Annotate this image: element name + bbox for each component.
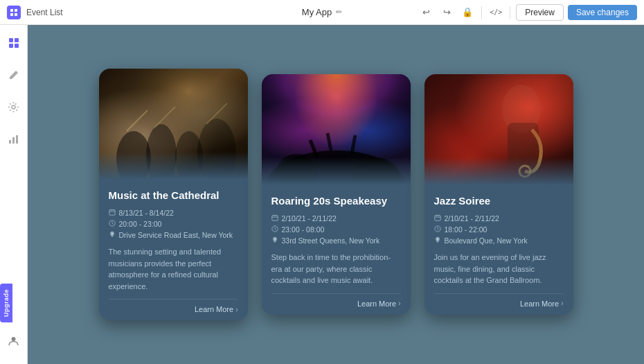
card-time-text-3: 18:00 - 22:00 <box>445 225 488 234</box>
sidebar-bottom <box>4 331 24 356</box>
card-description-2: Step back in time to the prohibition-era… <box>271 252 401 286</box>
svg-rect-1 <box>15 9 17 12</box>
card-image-overlay-3 <box>424 157 573 185</box>
svg-rect-4 <box>9 38 13 42</box>
learn-more-label-1: Learn More <box>195 305 233 313</box>
topbar: Event List My App ✏ ↩ ↪ 🔒 </> Preview Sa… <box>0 0 644 25</box>
chevron-right-icon-1: › <box>235 306 238 313</box>
card-footer-3: Learn More › <box>434 293 564 308</box>
learn-more-label-2: Learn More <box>357 300 396 308</box>
card-title-1: Music at the Cathedral <box>109 189 238 202</box>
upgrade-tab[interactable]: Upgrade <box>0 284 12 322</box>
save-button[interactable]: Save changes <box>568 5 637 20</box>
card-title-3: Jazz Soiree <box>434 195 564 207</box>
sidebar-item-edit[interactable] <box>4 65 24 85</box>
sidebar-item-grid[interactable] <box>4 33 24 53</box>
card-location-1: Drive Service Road East, New York <box>109 231 238 239</box>
svg-rect-9 <box>9 140 11 144</box>
topbar-divider <box>481 6 482 19</box>
card-meta-3: 2/10/21 - 2/11/22 18:00 - 22:00 Boulevar… <box>434 214 564 245</box>
calendar-icon-3 <box>434 214 441 223</box>
event-card-jazz-soiree[interactable]: Jazz Soiree 2/10/21 - 2/11/22 18:00 - 22… <box>424 74 573 315</box>
location-icon-3 <box>434 236 441 245</box>
preview-button[interactable]: Preview <box>516 4 564 21</box>
card-location-2: 33rd Street Queens, New York <box>271 236 401 245</box>
location-icon-2 <box>271 236 278 245</box>
svg-point-28 <box>111 233 113 234</box>
svg-point-8 <box>12 105 15 109</box>
sidebar: Upgrade <box>0 25 28 364</box>
svg-rect-21 <box>109 210 114 216</box>
chevron-right-icon-2: › <box>398 300 400 307</box>
svg-point-12 <box>12 337 16 341</box>
card-date-2: 2/10/21 - 2/11/22 <box>271 214 401 223</box>
learn-more-button-2[interactable]: Learn More › <box>357 300 401 308</box>
card-time-text-2: 23:00 - 08:00 <box>282 225 325 234</box>
svg-line-27 <box>112 223 114 225</box>
svg-rect-48 <box>434 216 440 221</box>
card-image-jazz <box>424 74 573 185</box>
code-button[interactable]: </> <box>488 4 504 21</box>
main-layout: Upgrade <box>0 25 644 364</box>
canvas-area: Music at the Cathedral 8/13/21 - 8/14/22… <box>28 25 644 364</box>
card-body-3: Jazz Soiree 2/10/21 - 2/11/22 18:00 - 22… <box>424 185 573 315</box>
sidebar-item-analytics[interactable] <box>4 129 24 148</box>
svg-line-54 <box>438 229 439 230</box>
card-date-text-1: 8/13/21 - 8/14/22 <box>119 209 174 217</box>
lock-button[interactable]: 🔒 <box>459 4 476 21</box>
learn-more-button-1[interactable]: Learn More › <box>195 305 238 313</box>
card-title-2: Roaring 20s Speakeasy <box>271 195 401 207</box>
redo-button[interactable]: ↪ <box>438 4 455 21</box>
sidebar-item-user[interactable] <box>4 331 24 350</box>
svg-rect-2 <box>10 13 13 16</box>
event-card-music-cathedral[interactable]: Music at the Cathedral 8/13/21 - 8/14/22… <box>99 69 248 320</box>
card-meta-2: 2/10/21 - 2/11/22 23:00 - 08:00 33rd Str… <box>271 214 401 245</box>
card-time-2: 23:00 - 08:00 <box>271 225 401 234</box>
svg-rect-0 <box>10 9 13 12</box>
card-location-text-1: Drive Service Road East, New York <box>119 231 233 239</box>
app-logo <box>7 6 21 19</box>
sidebar-item-settings[interactable] <box>4 97 24 116</box>
card-time-text-1: 20:00 - 23:00 <box>119 220 162 228</box>
card-body-1: Music at the Cathedral 8/13/21 - 8/14/22… <box>99 180 248 320</box>
card-image-overlay <box>99 152 248 180</box>
card-image-overlay-2 <box>262 157 411 185</box>
topbar-actions: ↩ ↪ 🔒 </> Preview Save changes <box>418 4 637 21</box>
svg-rect-5 <box>15 38 19 42</box>
svg-rect-6 <box>9 44 13 48</box>
card-location-text-2: 33rd Street Queens, New York <box>282 236 380 245</box>
undo-button[interactable]: ↩ <box>418 4 434 21</box>
card-time-3: 18:00 - 22:00 <box>434 225 564 234</box>
card-date-text-2: 2/10/21 - 2/11/22 <box>282 214 337 223</box>
svg-point-55 <box>437 239 438 240</box>
app-name-label: My App <box>302 7 332 17</box>
svg-rect-7 <box>15 44 19 48</box>
calendar-icon-1 <box>109 209 116 217</box>
card-footer-2: Learn More › <box>271 293 401 308</box>
card-meta-1: 8/13/21 - 8/14/22 20:00 - 23:00 Drive Se… <box>109 209 238 239</box>
learn-more-button-3[interactable]: Learn More › <box>520 300 564 308</box>
clock-icon-1 <box>109 220 116 228</box>
event-card-roaring-20s[interactable]: Roaring 20s Speakeasy 2/10/21 - 2/11/22 … <box>262 74 411 315</box>
card-image-orchestra <box>99 69 248 180</box>
location-icon-1 <box>109 231 116 239</box>
card-body-2: Roaring 20s Speakeasy 2/10/21 - 2/11/22 … <box>262 185 411 315</box>
calendar-icon-2 <box>271 214 278 223</box>
topbar-divider2 <box>510 6 510 19</box>
card-footer-1: Learn More › <box>109 299 238 313</box>
card-date-1: 8/13/21 - 8/14/22 <box>109 209 238 217</box>
app-name-edit-icon[interactable]: ✏ <box>336 8 342 17</box>
topbar-left: Event List <box>7 6 63 19</box>
card-date-text-3: 2/10/21 - 2/11/22 <box>445 214 499 223</box>
svg-rect-3 <box>15 13 17 16</box>
clock-icon-2 <box>271 225 278 234</box>
svg-rect-11 <box>16 135 18 144</box>
learn-more-label-3: Learn More <box>520 300 559 308</box>
card-location-text-3: Boulevard Que, New York <box>445 236 528 245</box>
card-description-1: The stunning setting and talented musici… <box>109 246 238 292</box>
card-date-3: 2/10/21 - 2/11/22 <box>434 214 564 223</box>
breadcrumb-label: Event List <box>26 8 63 17</box>
card-time-1: 20:00 - 23:00 <box>109 220 238 228</box>
card-location-3: Boulevard Que, New York <box>434 236 564 245</box>
topbar-center: My App ✏ <box>302 7 342 17</box>
